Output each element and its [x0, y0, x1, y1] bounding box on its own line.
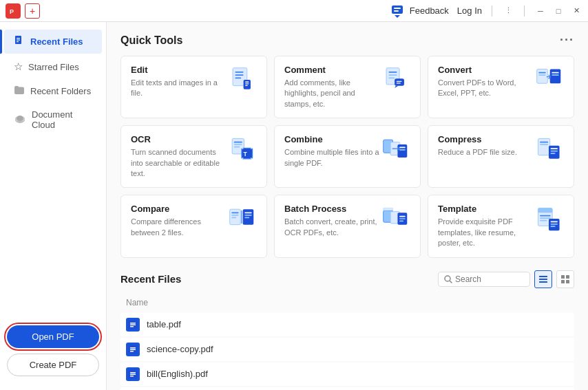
svg-rect-33 — [552, 72, 558, 74]
svg-rect-7 — [17, 40, 20, 41]
svg-rect-24 — [389, 74, 397, 76]
tool-convert-name: Convert — [438, 65, 534, 75]
svg-rect-87 — [566, 280, 569, 283]
file-item[interactable]: science-copy.pdf — [120, 338, 574, 361]
svg-rect-54 — [230, 210, 241, 225]
svg-rect-17 — [235, 78, 242, 79]
tool-combine-name: Combine — [284, 134, 380, 144]
svg-rect-98 — [130, 373, 136, 375]
svg-rect-8 — [17, 41, 19, 42]
svg-rect-97 — [130, 372, 136, 373]
svg-rect-90 — [130, 324, 136, 325]
tool-compare-name: Compare — [131, 204, 227, 214]
svg-rect-78 — [551, 226, 556, 228]
tool-compress-icon — [534, 134, 564, 164]
recent-files-header: Recent Files — [120, 270, 574, 288]
minimize-button[interactable]: ─ — [534, 5, 547, 17]
svg-rect-32 — [550, 69, 561, 83]
tool-edit[interactable]: Edit Edit texts and images in a file. — [120, 56, 267, 118]
file-name: table.pdf — [147, 319, 181, 329]
grid-view-button[interactable] — [556, 270, 574, 288]
svg-rect-94 — [130, 349, 136, 350]
tool-template[interactable]: Template Provide exquisite PDF templates… — [428, 195, 574, 257]
svg-rect-45 — [399, 147, 406, 149]
tool-template-icon — [534, 204, 564, 234]
recent-files-icon — [14, 35, 25, 48]
svg-rect-52 — [551, 151, 558, 152]
svg-rect-20 — [245, 83, 249, 84]
more-options-button[interactable]: ⋮ — [502, 5, 514, 17]
svg-rect-93 — [130, 347, 136, 349]
quick-tools-header: Quick Tools ··· — [120, 33, 574, 47]
create-pdf-button[interactable]: Create PDF — [7, 354, 99, 376]
svg-rect-86 — [561, 280, 565, 283]
tool-ocr-icon: T — [227, 134, 257, 164]
svg-rect-53 — [551, 153, 556, 154]
titlebar-separator2 — [524, 6, 525, 17]
svg-rect-16 — [235, 74, 244, 76]
file-item[interactable] — [120, 387, 574, 390]
svg-rect-59 — [244, 213, 251, 214]
tool-edit-desc: Edit texts and images in a file. — [131, 78, 227, 99]
tools-grid: Edit Edit texts and images in a file. — [120, 56, 574, 258]
files-column-header: Name — [120, 295, 574, 310]
list-view-button[interactable] — [534, 270, 552, 288]
svg-rect-83 — [539, 281, 547, 283]
search-input[interactable] — [455, 274, 524, 284]
tool-ocr[interactable]: OCR Turn scanned documents into searchab… — [120, 125, 267, 188]
svg-rect-3 — [394, 8, 401, 9]
tool-compare-info: Compare Compare differences between 2 fi… — [131, 204, 227, 238]
svg-rect-64 — [384, 208, 393, 210]
svg-rect-57 — [231, 217, 236, 219]
login-button[interactable]: Log In — [457, 6, 482, 16]
svg-rect-73 — [540, 218, 551, 219]
search-icon — [444, 275, 452, 283]
tool-compress-desc: Reduce a PDF file size. — [438, 147, 534, 158]
svg-rect-19 — [245, 82, 249, 83]
svg-rect-36 — [234, 142, 242, 143]
svg-rect-95 — [130, 351, 134, 352]
file-item[interactable]: bill(English).pdf — [120, 362, 574, 386]
svg-rect-37 — [234, 144, 242, 145]
svg-rect-44 — [397, 144, 407, 158]
tool-template-info: Template Provide exquisite PDF templates… — [438, 204, 534, 248]
close-button[interactable]: ✕ — [570, 5, 582, 17]
file-name: science-copy.pdf — [147, 344, 213, 354]
sidebar: Recent Files ☆ Starred Files Recent Fold… — [0, 22, 107, 390]
feedback-button[interactable]: Feedback — [410, 6, 449, 16]
file-item[interactable]: table.pdf — [120, 313, 574, 336]
svg-rect-15 — [235, 72, 244, 73]
svg-rect-82 — [539, 279, 547, 280]
svg-rect-77 — [551, 224, 558, 225]
tool-compare-desc: Compare differences between 2 files. — [131, 217, 227, 238]
svg-rect-69 — [399, 221, 403, 222]
recent-folders-icon — [14, 85, 25, 97]
tool-convert[interactable]: Convert Convert PDFs to Word, Excel, PPT… — [428, 56, 574, 118]
tool-ocr-info: OCR Turn scanned documents into searchab… — [131, 134, 227, 179]
tool-comment[interactable]: Comment Add comments, like highlights, p… — [274, 56, 421, 118]
tool-batch-process-info: Batch Process Batch convert, create, pri… — [284, 204, 380, 238]
tool-template-name: Template — [438, 204, 534, 214]
sidebar-item-recent-folders[interactable]: Recent Folders — [4, 80, 102, 102]
quick-tools-more-button[interactable]: ··· — [560, 33, 574, 47]
svg-rect-50 — [549, 146, 560, 159]
feedback-area: Feedback Log In ⋮ ─ □ ✕ — [390, 4, 582, 18]
sidebar-item-starred-files[interactable]: ☆ Starred Files — [4, 55, 102, 78]
tool-batch-process-desc: Batch convert, create, print, OCR PDFs, … — [284, 217, 380, 238]
tool-compare[interactable]: Compare Compare differences between 2 fi… — [120, 195, 267, 257]
tool-comment-icon — [380, 65, 410, 95]
tool-compress[interactable]: Compress Reduce a PDF file size. — [428, 125, 574, 188]
tool-batch-process[interactable]: Batch Process Batch convert, create, pri… — [274, 195, 421, 257]
sidebar-item-document-cloud[interactable]: Document Cloud — [4, 104, 102, 136]
sidebar-item-recent-files[interactable]: Recent Files — [4, 30, 102, 54]
tool-combine-desc: Combine multiple files into a single PDF… — [284, 147, 380, 169]
open-pdf-button[interactable]: Open PDF — [7, 325, 99, 348]
svg-rect-48 — [540, 142, 548, 143]
tool-combine[interactable]: Combine Combine multiple files into a si… — [274, 125, 421, 188]
svg-text:P: P — [10, 8, 14, 15]
tool-combine-icon — [380, 134, 410, 164]
svg-rect-84 — [561, 275, 565, 279]
svg-rect-99 — [130, 376, 134, 377]
add-tab-button[interactable]: + — [25, 3, 40, 19]
maximize-button[interactable]: □ — [552, 5, 565, 17]
